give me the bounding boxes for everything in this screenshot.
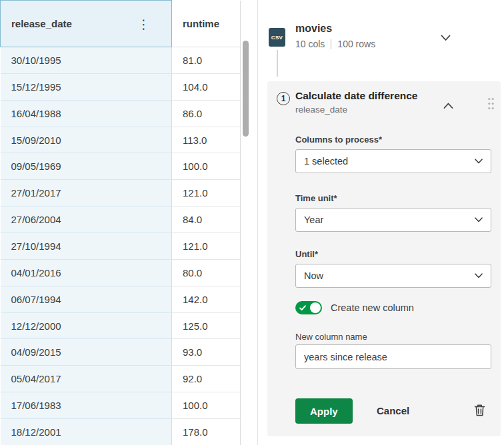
- runtime-cell[interactable]: 86.0: [172, 100, 241, 127]
- runtime-cell[interactable]: 121.0: [172, 180, 241, 207]
- dataset-meta: 10 cols 100 rows: [295, 39, 375, 49]
- release-date-cell[interactable]: 30/10/1995: [1, 47, 172, 74]
- table-row: 18/12/2001178.0: [1, 419, 241, 445]
- data-preview-table: release_date ⋮ runtime 30/10/199581.015/…: [0, 0, 240, 445]
- delete-step-trash-icon[interactable]: [474, 404, 485, 419]
- runtime-cell[interactable]: 113.0: [172, 127, 241, 153]
- csv-file-icon: CSV: [269, 28, 285, 47]
- table-row: 27/01/2017121.0: [1, 180, 241, 207]
- release-date-cell[interactable]: 27/01/2017: [1, 180, 172, 207]
- runtime-cell[interactable]: 81.0: [172, 47, 241, 74]
- create-new-column-toggle[interactable]: [295, 301, 322, 314]
- runtime-cell[interactable]: 84.0: [172, 207, 241, 233]
- step-subtitle: release_date: [295, 105, 347, 115]
- time-unit-select[interactable]: Year: [295, 208, 491, 232]
- meta-divider: [331, 39, 331, 49]
- vertical-scrollbar-thumb[interactable]: [243, 41, 249, 137]
- release-date-cell[interactable]: 06/07/1994: [1, 286, 172, 312]
- release-date-cell[interactable]: 05/04/2017: [1, 366, 172, 392]
- table-row: 04/09/201593.0: [1, 339, 241, 366]
- table-row: 12/12/2000125.0: [1, 312, 241, 339]
- table-row: 15/12/1995104.0: [1, 73, 241, 100]
- new-column-name-input[interactable]: [295, 344, 491, 369]
- table-row: 30/10/199581.0: [1, 47, 241, 74]
- app-root: release_date ⋮ runtime 30/10/199581.015/…: [0, 0, 504, 445]
- release-date-cell[interactable]: 04/09/2015: [1, 339, 172, 366]
- field-label-columns-to-process: Columns to process*: [295, 135, 382, 145]
- table-row: 27/10/1994121.0: [1, 233, 241, 260]
- runtime-cell[interactable]: 92.0: [172, 366, 241, 392]
- release-date-cell[interactable]: 16/04/1988: [1, 100, 172, 127]
- field-label-time-unit: Time unit*: [295, 193, 337, 203]
- runtime-cell[interactable]: 104.0: [172, 73, 241, 100]
- select-value: Year: [304, 215, 323, 225]
- release-date-cell[interactable]: 15/12/1995: [1, 73, 172, 100]
- table-row: 05/04/201792.0: [1, 366, 241, 392]
- step-title: Calculate date difference: [295, 90, 417, 102]
- drag-handle-icon[interactable]: [487, 97, 495, 113]
- table-row: 06/07/1994142.0: [1, 286, 241, 312]
- select-value: 1 selected: [304, 156, 348, 167]
- table-row: 09/05/1969100.0: [1, 153, 241, 180]
- columns-to-process-select[interactable]: 1 selected: [295, 149, 491, 173]
- column-menu-kebab-icon[interactable]: ⋮: [137, 16, 150, 31]
- release-date-cell[interactable]: 17/06/1983: [1, 392, 172, 419]
- dataset-cols: 10 cols: [295, 39, 325, 49]
- runtime-cell[interactable]: 100.0: [172, 392, 241, 419]
- dataset-chevron-down-icon[interactable]: [441, 32, 451, 44]
- collapse-chevron-up-icon[interactable]: [443, 100, 453, 112]
- runtime-cell[interactable]: 121.0: [172, 233, 241, 260]
- release-date-cell[interactable]: 27/06/2004: [1, 207, 172, 233]
- column-header-release-date[interactable]: release_date ⋮: [1, 1, 172, 47]
- table-row: 15/09/2010113.0: [1, 127, 241, 153]
- apply-button[interactable]: Apply: [295, 398, 353, 424]
- step-number-badge: 1: [277, 92, 290, 105]
- runtime-cell[interactable]: 80.0: [172, 259, 241, 286]
- release-date-cell[interactable]: 12/12/2000: [1, 312, 172, 339]
- cancel-button[interactable]: Cancel: [377, 398, 409, 424]
- column-header-runtime[interactable]: runtime: [172, 1, 241, 47]
- select-value: Now: [304, 270, 323, 281]
- runtime-cell[interactable]: 93.0: [172, 339, 241, 366]
- create-new-column-row: Create new column: [295, 301, 414, 314]
- release-date-cell[interactable]: 18/12/2001: [1, 419, 172, 445]
- release-date-cell[interactable]: 09/05/1969: [1, 153, 172, 180]
- table-row: 27/06/200484.0: [1, 207, 241, 233]
- dataset-name: movies: [295, 23, 332, 35]
- release-date-cell[interactable]: 15/09/2010: [1, 127, 172, 153]
- release-date-cell[interactable]: 04/01/2016: [1, 259, 172, 286]
- column-header-label: runtime: [183, 18, 219, 29]
- until-select[interactable]: Now: [295, 264, 491, 288]
- step-connector-line: [277, 50, 278, 77]
- table-row: 04/01/201680.0: [1, 259, 241, 286]
- runtime-cell[interactable]: 125.0: [172, 312, 241, 339]
- table-row: 16/04/198886.0: [1, 100, 241, 127]
- field-label-until: Until*: [295, 249, 318, 259]
- header-row: release_date ⋮ runtime: [1, 1, 241, 47]
- column-header-label: release_date: [11, 18, 72, 29]
- dataset-rows: 100 rows: [337, 39, 375, 49]
- table-row: 17/06/1983100.0: [1, 392, 241, 419]
- runtime-cell[interactable]: 142.0: [172, 286, 241, 312]
- field-label-new-column-name: New column name: [295, 332, 367, 342]
- toggle-knob: [310, 302, 321, 313]
- prep-panel: CSV movies 10 cols 100 rows 1 Calculate …: [257, 0, 504, 445]
- toggle-label: Create new column: [331, 302, 414, 313]
- release-date-cell[interactable]: 27/10/1994: [1, 233, 172, 260]
- runtime-cell[interactable]: 100.0: [172, 153, 241, 180]
- table-body: 30/10/199581.015/12/1995104.016/04/19888…: [1, 47, 241, 445]
- step-card-date-difference: 1 Calculate date difference release_date…: [267, 81, 501, 436]
- runtime-cell[interactable]: 178.0: [172, 419, 241, 445]
